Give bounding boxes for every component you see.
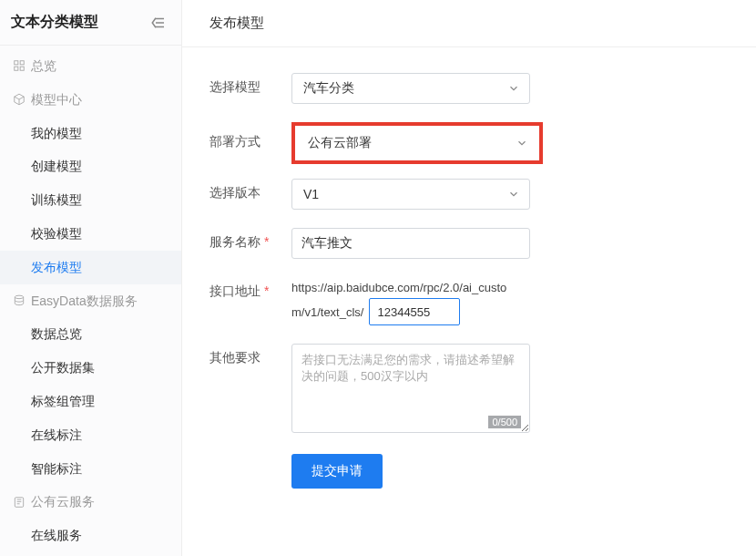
required-mark: * — [264, 234, 269, 249]
sidebar-item-label-groups[interactable]: 标签组管理 — [0, 385, 181, 418]
sidebar-item-smart-annotation[interactable]: 智能标注 — [0, 452, 181, 486]
sidebar-item-cloud-service[interactable]: 公有云服务 — [0, 485, 181, 519]
sidebar-item-label: 数据总览 — [31, 326, 82, 342]
sidebar-item-create-model[interactable]: 创建模型 — [0, 149, 181, 183]
page-title: 发布模型 — [182, 0, 756, 47]
api-url-prefix-1: https://aip.baidubce.com/rpc/2.0/ai_cust… — [291, 277, 506, 298]
main: 发布模型 选择模型 汽车分类 部署方式 公有云部署 — [182, 0, 756, 556]
select-version[interactable]: V1 — [291, 179, 530, 210]
sidebar-item-label: 公开数据集 — [31, 360, 95, 376]
select-version-value: V1 — [303, 187, 319, 201]
sidebar-item-overview[interactable]: 总览 — [0, 49, 181, 83]
select-model-value: 汽车分类 — [303, 80, 354, 97]
service-name-input[interactable] — [291, 228, 530, 259]
sidebar-nav: 总览 模型中心 我的模型 创建模型 训练模型 校验模型 发布模型 EasyDat… — [0, 46, 181, 556]
svg-rect-5 — [15, 67, 18, 71]
select-model[interactable]: 汽车分类 — [291, 73, 530, 104]
label-select-model: 选择模型 — [209, 73, 291, 96]
sidebar-item-online-annotation[interactable]: 在线标注 — [0, 418, 181, 452]
submit-button[interactable]: 提交申请 — [291, 454, 383, 489]
select-deploy-mode[interactable]: 公有云部署 — [291, 122, 543, 164]
sidebar-item-label: 我的模型 — [31, 126, 82, 141]
sidebar-item-train-model[interactable]: 训练模型 — [0, 183, 181, 217]
svg-rect-8 — [15, 498, 23, 508]
api-url-line: https://aip.baidubce.com/rpc/2.0/ai_cust… — [291, 277, 556, 325]
sidebar-item-label: 创建模型 — [31, 159, 82, 174]
label-select-version: 选择版本 — [209, 179, 291, 201]
sidebar-item-online-service[interactable]: 在线服务 — [0, 519, 181, 552]
grid-icon — [11, 59, 27, 72]
sidebar-item-label: 公有云服务 — [31, 494, 95, 510]
sidebar-item-label: EasyData数据服务 — [31, 293, 138, 309]
sidebar-item-model-center[interactable]: 模型中心 — [0, 83, 181, 117]
sidebar-item-label: 在线标注 — [31, 427, 82, 443]
required-mark: * — [264, 283, 269, 298]
sidebar-item-label: 发布模型 — [31, 260, 82, 275]
sidebar-item-easyedge[interactable]: EasyEdge本地部署 — [0, 552, 181, 556]
sidebar-item-easydata[interactable]: EasyData数据服务 — [0, 284, 181, 318]
chevron-down-icon — [507, 188, 520, 201]
sidebar-item-my-models[interactable]: 我的模型 — [0, 117, 181, 150]
sidebar-item-label: 校验模型 — [31, 226, 82, 242]
sidebar-item-label: 总览 — [31, 58, 56, 74]
label-api-url: 接口地址* — [209, 277, 291, 300]
publish-form: 选择模型 汽车分类 部署方式 公有云部署 选择版 — [182, 47, 756, 532]
sidebar-item-label: 训练模型 — [31, 192, 82, 208]
data-icon — [11, 294, 27, 307]
sidebar-title: 文本分类模型 — [11, 13, 98, 32]
svg-rect-6 — [20, 67, 24, 71]
collapse-icon[interactable] — [150, 15, 167, 31]
chevron-down-icon — [507, 82, 520, 95]
api-url-prefix-2: m/v1/text_cls/ — [291, 302, 363, 323]
sidebar-item-public-dataset[interactable]: 公开数据集 — [0, 351, 181, 385]
label-service-name: 服务名称* — [209, 228, 291, 251]
chevron-down-icon — [516, 137, 528, 149]
svg-point-7 — [15, 295, 23, 299]
cloud-icon — [11, 496, 27, 509]
api-url-suffix-input[interactable] — [369, 298, 460, 325]
svg-rect-4 — [20, 61, 24, 65]
sidebar-item-label: 模型中心 — [31, 92, 82, 108]
char-count: 0/500 — [488, 416, 521, 428]
sidebar-item-label: 智能标注 — [31, 461, 82, 477]
sidebar-item-publish-model[interactable]: 发布模型 — [0, 251, 181, 284]
sidebar: 文本分类模型 总览 模型中心 我的模型 创建模型 训练模型 校验模型 发布模型 — [0, 0, 182, 556]
label-other: 其他要求 — [209, 344, 291, 366]
sidebar-item-label: 标签组管理 — [31, 394, 95, 409]
label-deploy-mode: 部署方式 — [209, 122, 291, 150]
sidebar-item-label: 在线服务 — [31, 528, 82, 543]
select-deploy-mode-value: 公有云部署 — [308, 135, 372, 151]
sidebar-item-data-overview[interactable]: 数据总览 — [0, 317, 181, 351]
sidebar-header: 文本分类模型 — [0, 0, 181, 46]
sidebar-item-validate-model[interactable]: 校验模型 — [0, 217, 181, 251]
svg-rect-3 — [15, 61, 18, 65]
cube-icon — [11, 93, 27, 106]
